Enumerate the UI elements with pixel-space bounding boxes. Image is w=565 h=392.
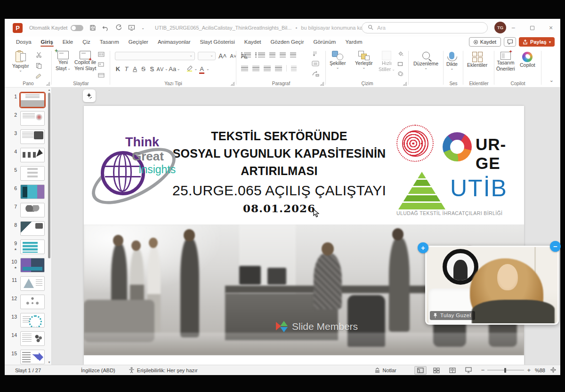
font-size-select[interactable] [198,52,216,60]
tab-giriş[interactable]: Giriş [36,38,58,47]
thumbnail-preview[interactable] [20,350,45,364]
clipboard-dialog-launcher[interactable] [46,82,50,86]
maximize-button[interactable] [523,19,541,37]
reset-slide-icon[interactable] [98,62,105,69]
addins-button[interactable]: Eklentiler [467,52,487,68]
slide-thumbnail-10[interactable]: 10★ [5,258,51,273]
font-color-button[interactable]: A [198,65,206,72]
grow-font-button[interactable]: A˄ [218,52,226,60]
designer-sparkle-button[interactable] [83,89,96,102]
video-zoom-out-button[interactable]: − [550,241,561,252]
bullets-icon[interactable] [244,52,251,57]
redo-icon[interactable] [115,24,122,31]
thumbnail-preview[interactable] [20,93,45,107]
slide-thumbnail-4[interactable]: 4 [5,148,51,163]
text-direction-icon[interactable] [312,51,319,58]
undo-icon[interactable] [102,25,109,31]
thumbnail-preview[interactable] [20,258,45,272]
reading-view-button[interactable] [446,366,459,375]
justify-icon[interactable] [275,66,282,71]
shape-effects-icon[interactable] [397,71,404,78]
new-slide-button[interactable]: Yeni Slayt [56,51,71,72]
normal-view-button[interactable] [414,366,427,375]
font-name-select[interactable] [115,52,195,60]
thumbnail-preview[interactable] [20,295,45,309]
tab-geçişler[interactable]: Geçişler [124,38,153,47]
tab-yardım[interactable]: Yardım [340,38,367,47]
columns-icon[interactable] [291,66,297,71]
zoom-level[interactable]: %88 [535,368,545,373]
copilot-new-slide-button[interactable]: ✦ Copilot ile Yeni Slayt [74,51,96,72]
close-button[interactable]: × [541,19,560,37]
thumbnail-preview[interactable] [20,203,45,217]
thumbnail-preview[interactable] [20,313,45,328]
video-zoom-in-button[interactable]: + [418,242,428,253]
tab-gözden-geçir[interactable]: Gözden Geçir [266,38,309,47]
highlight-color-button[interactable] [186,65,194,73]
slide-layout-icon[interactable] [98,52,105,58]
thumbnail-preview[interactable] [20,221,45,236]
copilot-button[interactable]: Copilot [520,52,535,68]
slide-thumbnail-1[interactable]: 1 [5,93,51,108]
slide-thumbnail-15[interactable]: 15 [5,350,51,365]
zoom-in-button[interactable]: + [527,367,531,374]
share-button[interactable]: Paylaş ▾ [519,37,555,47]
slide-title-block[interactable]: TEKSTİL SEKTÖRÜNDE SOSYAL UYGUNLUK KAPAS… [169,128,390,215]
align-right-icon[interactable] [264,66,271,71]
slide-thumbnail-8[interactable]: 8 [5,221,51,236]
record-save-button[interactable]: Kaydet [469,37,501,47]
paste-button[interactable]: Yapıştır [12,51,29,72]
text-shadow-button[interactable]: S [148,65,156,72]
underline-button[interactable]: A [131,65,139,72]
align-left-icon[interactable] [241,66,248,71]
slide-sorter-view-button[interactable] [430,366,443,375]
align-text-icon[interactable] [312,61,319,68]
powerpoint-logo-icon[interactable]: P [13,23,23,33]
slide-thumbnail-11[interactable]: 11 [5,276,51,291]
editing-button[interactable]: Düzenleme [413,52,438,69]
thumbnail-preview[interactable] [20,111,45,126]
change-case-button[interactable]: Aa [169,65,177,72]
format-painter-icon[interactable] [36,73,42,80]
thumbnail-preview[interactable] [20,331,45,346]
character-spacing-button[interactable]: AV [156,66,164,72]
thumbnail-preview[interactable] [20,240,45,254]
slide-thumbnail-5[interactable]: 5 [5,166,51,181]
decrease-indent-icon[interactable] [269,52,275,57]
thumbnail-preview[interactable] [20,276,45,291]
scroll-up-icon[interactable]: ▲ [48,88,51,91]
language-indicator[interactable]: İngilizce (ABD) [81,368,115,373]
increase-indent-icon[interactable] [280,52,286,57]
start-presentation-icon[interactable] [128,24,135,31]
tab-slayt-gösterisi[interactable]: Slayt Gösterisi [195,38,240,47]
dictate-button[interactable]: Dikte [446,52,458,70]
scroll-down-icon[interactable]: ▼ [48,361,51,364]
quick-access-more-icon[interactable] [141,27,145,29]
search-input[interactable]: Ara [362,22,488,33]
notes-button[interactable]: Notlar [374,368,396,373]
design-ideas-button[interactable]: ✦ Tasarım Önerileri [496,52,515,72]
fit-to-window-button[interactable] [550,367,557,374]
slideshow-view-button[interactable] [462,366,475,375]
scrollbar-thumb[interactable] [48,93,50,258]
numbering-icon[interactable] [258,52,265,57]
shape-outline-icon[interactable] [397,61,404,68]
tab-kaydet[interactable]: Kaydet [240,38,266,47]
cut-icon[interactable] [36,52,42,59]
thumbnail-preview[interactable] [20,166,45,181]
save-icon[interactable] [89,24,96,31]
tab-çiz[interactable]: Çiz [78,38,95,47]
arrange-button[interactable]: Yerleştir [355,51,373,69]
thumbnail-preview[interactable] [20,148,45,162]
tab-animasyonlar[interactable]: Animasyonlar [153,38,195,47]
slide-indicator[interactable]: Slayt 1 / 27 [15,368,41,373]
slide-thumbnail-13[interactable]: 13 [5,313,51,328]
shape-fill-icon[interactable] [397,51,404,58]
paragraph-dialog-launcher[interactable] [320,82,324,86]
thumbnail-preview[interactable] [20,184,45,199]
zoom-slider-thumb[interactable] [504,368,506,373]
slide-thumbnail-9[interactable]: 9★ [5,240,51,255]
autosave-toggle[interactable] [71,25,83,31]
thumbnail-preview[interactable] [20,129,45,144]
smartart-convert-icon[interactable] [312,71,319,78]
